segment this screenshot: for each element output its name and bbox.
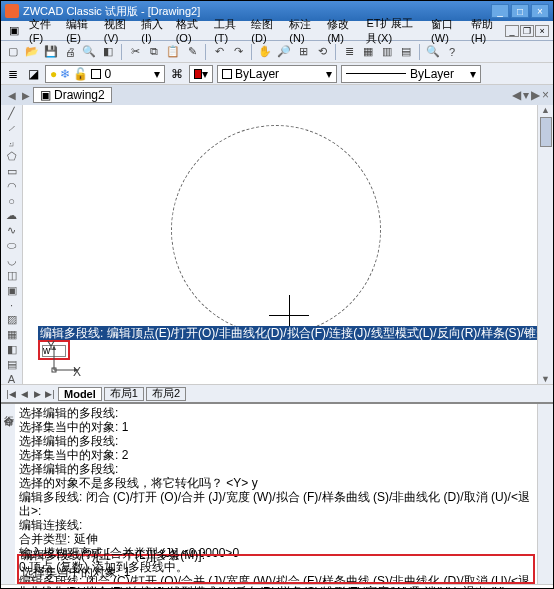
zoom-win-icon[interactable]: ⊞ xyxy=(295,44,311,60)
ellipse-tool-icon[interactable]: ⬭ xyxy=(4,239,20,252)
mdi-min-button[interactable]: _ xyxy=(505,25,519,37)
menubar: ▣ 文件(F) 编辑(E) 视图(V) 插入(I) 格式(O) 工具(T) 绘图… xyxy=(1,21,553,41)
document-tab[interactable]: ▣ Drawing2 xyxy=(33,87,112,103)
tabstrip-menu-icon[interactable]: ▾ xyxy=(523,88,529,102)
paste-icon[interactable]: 📋 xyxy=(165,44,181,60)
hatch-tool-icon[interactable]: ▨ xyxy=(4,313,20,326)
layer-state-icon[interactable]: ◪ xyxy=(25,66,41,82)
grad-tool-icon[interactable]: ▦ xyxy=(4,328,20,341)
zoom-prev-icon[interactable]: ⟲ xyxy=(314,44,330,60)
props-icon[interactable]: ≣ xyxy=(341,44,357,60)
find-icon[interactable]: 🔍 xyxy=(425,44,441,60)
polygon-tool-icon[interactable]: ⬠ xyxy=(4,150,20,163)
menu-dim[interactable]: 标注(N) xyxy=(285,15,321,46)
highlighted-cmd-box: 编辑多段线(?)[上一个(L)][多条(M)]: 选择集当中的对象: 1 xyxy=(17,554,535,584)
menu-tools[interactable]: 工具(T) xyxy=(210,15,245,46)
menu-et[interactable]: ET扩展工具(X) xyxy=(362,14,425,48)
cmd-scrollbar[interactable] xyxy=(537,404,553,584)
menu-draw[interactable]: 绘图(D) xyxy=(247,15,283,46)
menu-window[interactable]: 窗口(W) xyxy=(427,15,465,46)
mdi-close-button[interactable]: × xyxy=(535,25,549,37)
vertical-scrollbar[interactable]: ▲ ▼ xyxy=(537,105,553,384)
tabstrip-close-icon[interactable]: × xyxy=(542,88,549,102)
cmd-close-icon[interactable]: × xyxy=(5,586,17,590)
copy-icon[interactable]: ⧉ xyxy=(146,44,162,60)
menu-insert[interactable]: 插入(I) xyxy=(137,15,169,46)
app-menu-icon[interactable]: ▣ xyxy=(5,22,23,39)
line-tool-icon[interactable]: ╱ xyxy=(4,107,20,120)
table-tool-icon[interactable]: ▤ xyxy=(4,358,20,371)
menu-file[interactable]: 文件(F) xyxy=(25,15,60,46)
xline-tool-icon[interactable]: ⟋ xyxy=(4,122,20,134)
sheet-tabstrip: |◀ ◀ ▶ ▶| Model 布局1 布局2 xyxy=(1,384,553,402)
insert-tool-icon[interactable]: ◫ xyxy=(4,269,20,282)
app-logo-icon xyxy=(5,4,19,18)
maximize-button[interactable]: □ xyxy=(511,4,529,18)
sheet-last-icon[interactable]: ▶| xyxy=(44,389,56,399)
menu-modify[interactable]: 修改(M) xyxy=(323,15,360,46)
mdi-restore-button[interactable]: ❐ xyxy=(520,25,534,37)
command-panel-title: 命令行 xyxy=(1,404,15,584)
pan-icon[interactable]: ✋ xyxy=(257,44,273,60)
print-icon[interactable]: 🖨 xyxy=(62,44,78,60)
point-tool-icon[interactable]: · xyxy=(4,299,20,311)
circle-tool-icon[interactable]: ○ xyxy=(4,195,20,207)
tool-pal-icon[interactable]: ▥ xyxy=(379,44,395,60)
scroll-down-icon[interactable]: ▼ xyxy=(541,374,550,384)
spline-tool-icon[interactable]: ∿ xyxy=(4,224,20,237)
calc-icon[interactable]: ▤ xyxy=(398,44,414,60)
sheet-next-icon[interactable]: ▶ xyxy=(31,389,43,399)
publish-icon[interactable]: ◧ xyxy=(100,44,116,60)
drawing-canvas[interactable]: 编辑多段线: 编辑顶点(E)/打开(O)/非曲线化(D)/拟合(F)/连接(J)… xyxy=(23,105,537,384)
dc-icon[interactable]: ▦ xyxy=(360,44,376,60)
color-selector[interactable]: ▾ xyxy=(189,65,213,83)
doc-icon: ▣ xyxy=(40,88,51,102)
block-tool-icon[interactable]: ▣ xyxy=(4,284,20,297)
redo-icon[interactable]: ↷ xyxy=(230,44,246,60)
command-history[interactable]: 选择编辑的多段线: 选择集当中的对象: 1 选择编辑的多段线: 选择集当中的对象… xyxy=(15,404,537,584)
layer-mgr-icon[interactable]: ≣ xyxy=(5,66,21,82)
help-icon[interactable]: ? xyxy=(444,44,460,60)
rect-tool-icon[interactable]: ▭ xyxy=(4,165,20,178)
scroll-thumb[interactable] xyxy=(540,117,552,147)
color-bylayer-selector[interactable]: ByLayer▾ xyxy=(217,65,337,83)
sheet-first-icon[interactable]: |◀ xyxy=(5,389,17,399)
preview-icon[interactable]: 🔍 xyxy=(81,44,97,60)
undo-icon[interactable]: ↶ xyxy=(211,44,227,60)
menu-view[interactable]: 视图(V) xyxy=(100,15,136,46)
ucs-axes-icon: Y X xyxy=(49,345,79,377)
pline-tool-icon[interactable]: ⟓ xyxy=(4,136,20,148)
tabstrip-right-icon[interactable]: ▶ xyxy=(531,88,540,102)
xref-icon[interactable]: ⌘ xyxy=(169,66,185,82)
region-tool-icon[interactable]: ◧ xyxy=(4,343,20,356)
scroll-up-icon[interactable]: ▲ xyxy=(541,105,550,115)
menu-edit[interactable]: 编辑(E) xyxy=(62,15,98,46)
sheet-prev-icon[interactable]: ◀ xyxy=(18,389,30,399)
revcloud-tool-icon[interactable]: ☁ xyxy=(4,209,20,222)
text-tool-icon[interactable]: A xyxy=(4,373,20,385)
command-prompt-text[interactable]: 非曲线化(D)/拟合(F)/连接(J)/线型模式(L)/反向(R)/样条(S)/… xyxy=(17,584,516,589)
new-icon[interactable]: ▢ xyxy=(5,44,21,60)
layer-toolbar: ≣ ◪ ● ❄ 🔓 0 ▾ ⌘ ▾ ByLayer▾ ByLayer▾ xyxy=(1,63,553,85)
dynamic-prompt: 编辑多段线: 编辑顶点(E)/打开(O)/非曲线化(D)/拟合(F)/连接(J)… xyxy=(38,326,537,340)
tabstrip-next-icon[interactable]: ▶ xyxy=(19,90,33,101)
zoom-rt-icon[interactable]: 🔎 xyxy=(276,44,292,60)
close-button[interactable]: × xyxy=(531,4,549,18)
open-icon[interactable]: 📂 xyxy=(24,44,40,60)
tabstrip-left-icon[interactable]: ◀ xyxy=(512,88,521,102)
save-icon[interactable]: 💾 xyxy=(43,44,59,60)
cut-icon[interactable]: ✂ xyxy=(127,44,143,60)
menu-format[interactable]: 格式(O) xyxy=(172,15,209,46)
menu-help[interactable]: 帮助(H) xyxy=(467,15,503,46)
document-tabstrip: ◀ ▶ ▣ Drawing2 ◀ ▾ ▶ × xyxy=(1,85,553,105)
arc-tool-icon[interactable]: ◠ xyxy=(4,180,20,193)
layer-selector[interactable]: ● ❄ 🔓 0 ▾ xyxy=(45,65,165,83)
ellarc-tool-icon[interactable]: ◡ xyxy=(4,254,20,267)
sheet-tab-layout2[interactable]: 布局2 xyxy=(146,387,186,401)
sheet-tab-model[interactable]: Model xyxy=(58,387,102,401)
sheet-tab-layout1[interactable]: 布局1 xyxy=(104,387,144,401)
tabstrip-prev-icon[interactable]: ◀ xyxy=(5,90,19,101)
match-icon[interactable]: ✎ xyxy=(184,44,200,60)
linetype-selector[interactable]: ByLayer▾ xyxy=(341,65,481,83)
command-input-row: × 非曲线化(D)/拟合(F)/连接(J)/线型模式(L)/反向(R)/样条(S… xyxy=(1,584,553,589)
